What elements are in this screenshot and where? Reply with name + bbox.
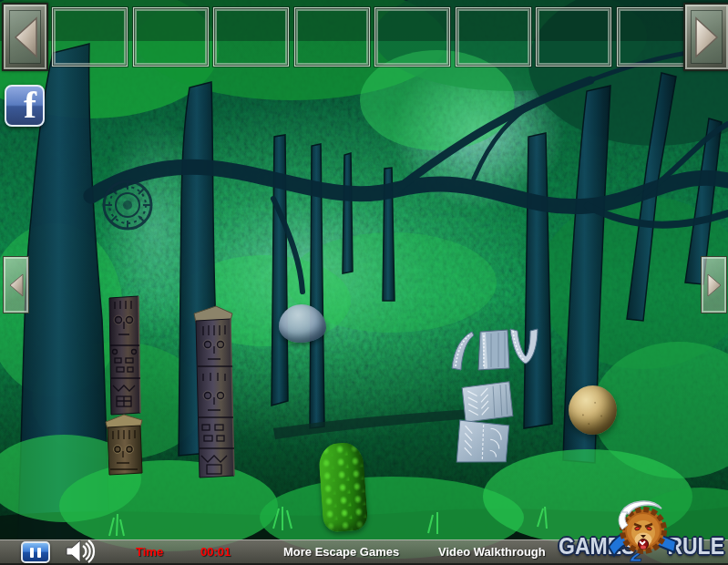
inventory-slot-3[interactable] [213, 7, 289, 67]
right-triangle-icon [693, 16, 721, 58]
totem-pillar-left[interactable] [104, 294, 144, 416]
left-triangle-icon [8, 273, 25, 297]
nav-right-button[interactable] [701, 256, 727, 313]
inventory-slot-4[interactable] [294, 7, 370, 67]
green-corn[interactable] [318, 441, 369, 532]
inventory-scroll-left-button[interactable] [2, 3, 48, 71]
stone-fragment-arc[interactable] [448, 330, 476, 372]
inventory-slot-1[interactable] [52, 7, 128, 67]
left-triangle-icon [12, 16, 39, 58]
inventory-slot-row [52, 7, 692, 67]
stone-fragment-u[interactable] [507, 327, 541, 366]
inventory-slot-8[interactable] [617, 7, 692, 67]
right-triangle-icon [706, 273, 723, 297]
pause-icon [30, 548, 34, 558]
totem-piece-small[interactable] [102, 413, 144, 477]
pause-button[interactable] [21, 541, 50, 563]
lion-mascot-icon: 2 [607, 499, 680, 565]
carved-slab-upper[interactable] [460, 380, 515, 425]
inventory-slot-6[interactable] [456, 7, 531, 67]
pause-icon [37, 548, 41, 558]
inventory-slot-7[interactable] [536, 7, 611, 67]
time-label: Time [136, 545, 163, 559]
inventory-slot-5[interactable] [374, 7, 450, 67]
speaker-icon [64, 538, 98, 565]
nav-left-button[interactable] [3, 256, 29, 313]
time-value: 00:01 [200, 545, 231, 559]
more-escape-games-link[interactable]: More Escape Games [283, 545, 399, 559]
games2rule-logo[interactable]: GAMES RULE 2 [556, 499, 727, 565]
golden-ball[interactable] [569, 385, 617, 435]
video-walkthrough-link[interactable]: Video Walkthrough [438, 545, 546, 559]
totem-pillar-right[interactable] [189, 304, 236, 479]
inventory-scroll-right-button[interactable] [683, 3, 728, 71]
facebook-icon: f [24, 85, 36, 127]
sound-button[interactable] [64, 538, 98, 565]
inventory-slot-2[interactable] [133, 7, 209, 67]
dial-icon [100, 178, 155, 232]
facebook-button[interactable]: f [5, 85, 45, 127]
carved-slab-lower[interactable] [455, 418, 513, 466]
game-stage: f Time 00:01 More Escape Games Video Wal… [0, 0, 728, 565]
tree-dial[interactable] [100, 178, 155, 232]
